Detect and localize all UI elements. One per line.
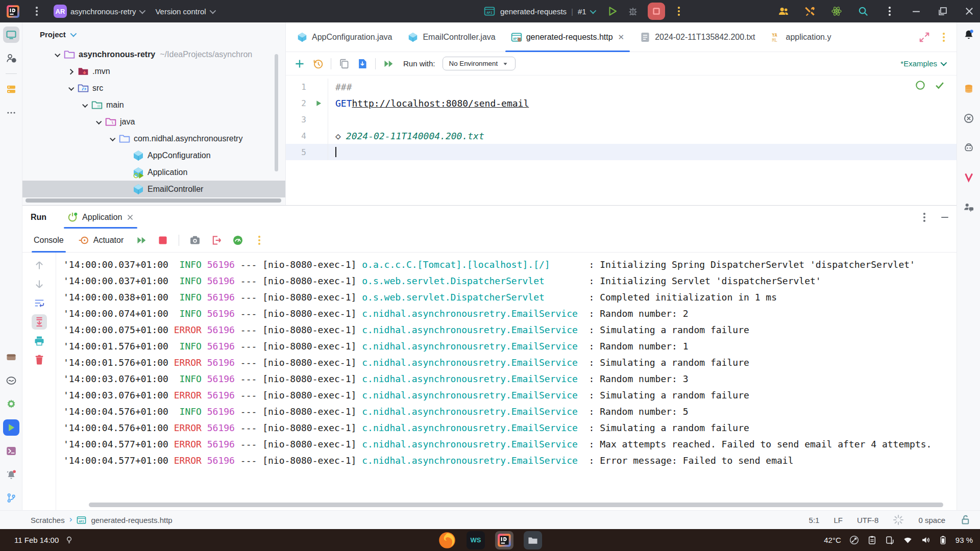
database-icon[interactable] (961, 81, 977, 97)
tab-console[interactable]: Console (32, 229, 66, 252)
thread-dump-icon[interactable] (189, 235, 201, 246)
editor-tabs-more-icon[interactable] (938, 32, 949, 43)
editor-tab-AppConfiguration.java[interactable]: AppConfiguration.java (289, 22, 400, 52)
chevron-down-icon[interactable] (80, 100, 90, 110)
project-widget[interactable]: AR asynchronous-retry (54, 5, 144, 18)
run-panel-options-icon[interactable] (919, 212, 930, 223)
line-separator[interactable]: LF (834, 516, 843, 524)
project-tool-icon[interactable] (3, 27, 19, 43)
editor-tab-2024-02-11T135842.200.txt[interactable]: 2024-02-11T135842.200.txt (632, 22, 763, 52)
add-request-icon[interactable] (294, 58, 305, 69)
run-request-gutter-icon[interactable] (309, 99, 328, 107)
steam-tray-icon[interactable] (849, 535, 859, 545)
file-encoding[interactable]: UTF-8 (857, 516, 879, 524)
scroll-to-end-icon[interactable] (32, 314, 47, 330)
tree-item-src[interactable]: src (22, 80, 285, 96)
convert-file-icon[interactable] (357, 58, 368, 69)
build-tool-icon[interactable] (3, 349, 19, 365)
screen-rotation-icon[interactable] (885, 535, 895, 545)
minimize-icon[interactable] (911, 6, 922, 17)
run-tool-icon[interactable] (3, 419, 19, 436)
pull-requests-icon[interactable]: ? (3, 50, 19, 66)
chevron-down-icon[interactable] (93, 117, 104, 127)
expand-icon[interactable] (919, 32, 930, 43)
environment-select[interactable]: No Environment (443, 57, 516, 70)
notifications-tool-icon[interactable] (3, 466, 19, 483)
version-control-tool-icon[interactable] (3, 490, 19, 506)
editor-code-area[interactable]: 1###2GET http://localhost:8080/send-emai… (286, 76, 957, 160)
v-plugin-icon[interactable] (961, 169, 977, 186)
more-tool-windows-icon[interactable] (3, 105, 19, 121)
atom-icon[interactable] (831, 6, 842, 17)
up-stack-trace-icon[interactable] (32, 258, 47, 273)
firefox-app-icon[interactable] (438, 531, 456, 549)
files-app-icon[interactable] (524, 531, 542, 549)
console-more-icon[interactable] (254, 235, 265, 246)
tree-item-com.nidhal.asynchronousretry[interactable]: com.nidhal.asynchronousretry (22, 130, 285, 147)
chevron-right-icon[interactable] (66, 66, 76, 77)
editor-line-1[interactable]: 1### (286, 79, 957, 95)
history-icon[interactable] (312, 58, 324, 69)
lock-icon[interactable] (960, 514, 971, 525)
editor-line-5[interactable]: 5 (286, 144, 957, 160)
more-options-icon[interactable] (884, 6, 895, 17)
request-url[interactable]: http://localhost:8080/send-email (352, 98, 529, 109)
rerun-icon[interactable] (136, 235, 147, 246)
run-button[interactable] (607, 6, 618, 17)
indent-setting[interactable]: 0 space (918, 516, 945, 524)
project-panel-header[interactable]: Project (22, 22, 285, 46)
volume-icon[interactable] (921, 535, 930, 545)
debug-button[interactable] (627, 6, 639, 17)
console-horizontal-scrollbar[interactable] (89, 503, 943, 507)
close-tab-icon[interactable]: ✕ (618, 33, 625, 42)
editor-tab-EmailController.java[interactable]: EmailController.java (400, 22, 503, 52)
export-icon[interactable] (211, 235, 222, 246)
tree-item-Application[interactable]: Application (22, 164, 285, 181)
editor-line-4[interactable]: 4◇2024-02-11T140004.200.txt (286, 128, 957, 144)
tree-item-AppConfiguration[interactable]: AppConfiguration (22, 147, 285, 164)
wifi-icon[interactable] (903, 535, 913, 545)
session-tab-application[interactable]: Application (64, 206, 137, 229)
editor-line-2[interactable]: 2GET http://localhost:8080/send-email (286, 95, 957, 111)
caret-position[interactable]: 5:1 (809, 516, 820, 524)
print-icon[interactable] (32, 333, 47, 348)
webstorm-app-icon[interactable]: WS (467, 531, 485, 549)
soft-wrap-icon[interactable] (32, 295, 47, 311)
search-icon[interactable] (857, 6, 869, 17)
tree-item-.mvn[interactable]: .mvn (22, 63, 285, 80)
tab-actuator[interactable]: Actuator (76, 229, 126, 252)
run-config-selector[interactable]: generated-requests | #1 (500, 7, 595, 16)
tree-item-main[interactable]: main (22, 96, 285, 113)
down-stack-trace-icon[interactable] (32, 277, 47, 292)
close-icon[interactable] (964, 6, 975, 17)
collaboration-icon[interactable] (778, 6, 789, 17)
main-menu-icon[interactable] (31, 6, 42, 17)
intellij-app-icon[interactable] (495, 531, 513, 549)
run-all-requests-icon[interactable] (383, 58, 394, 69)
vcs-widget[interactable]: Version control (155, 7, 214, 16)
problems-icon[interactable] (3, 372, 19, 389)
clipboard-tray-icon[interactable] (867, 535, 877, 545)
taskbar-clock[interactable]: 11 Feb 14:00 (14, 536, 59, 544)
tree-item-asynchronous-retry[interactable]: asynchronous-retry~/IdeaProjects/asynchr… (22, 46, 285, 63)
chevron-down-icon[interactable] (52, 49, 62, 60)
console-output[interactable]: '14:00:00.037+01:00 INFO 56196 --- [nio-… (56, 253, 957, 510)
chevron-down-icon[interactable] (107, 134, 117, 144)
examples-link[interactable]: *Examples (900, 59, 945, 68)
tree-item-EmailController[interactable]: EmailController (22, 181, 285, 197)
inspection-widget[interactable] (915, 80, 945, 91)
copy-icon[interactable] (338, 58, 350, 69)
editor-tab-generated-requests.http[interactable]: APIgenerated-requests.http✕ (503, 22, 632, 52)
plugin-circle-icon[interactable] (961, 110, 977, 127)
tools-icon[interactable] (804, 6, 816, 17)
tree-item-java[interactable]: java (22, 113, 285, 130)
stop-button[interactable] (648, 3, 665, 20)
editor-line-3[interactable]: 3 (286, 111, 957, 128)
gauge-icon[interactable] (232, 235, 243, 246)
hide-panel-icon[interactable] (941, 217, 948, 218)
settings-sync-icon[interactable] (3, 396, 19, 412)
editor-tab-application.y[interactable]: YAMLapplication.y (763, 22, 839, 52)
breadcrumb-root[interactable]: Scratches (31, 516, 65, 524)
bookmarks-icon[interactable] (3, 81, 19, 97)
project-vertical-scrollbar[interactable] (275, 54, 278, 171)
